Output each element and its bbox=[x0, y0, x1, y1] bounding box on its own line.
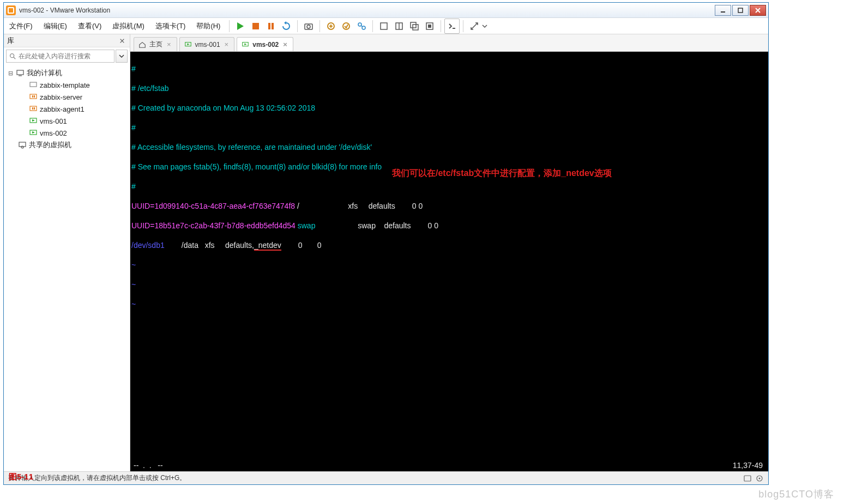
tree-root-label: 我的计算机 bbox=[27, 68, 62, 78]
cd-icon bbox=[755, 474, 764, 483]
play-button[interactable] bbox=[233, 19, 248, 34]
vm-running-icon bbox=[29, 129, 38, 137]
console-line: # bbox=[131, 181, 767, 191]
console-position: 11,37-49 bbox=[733, 460, 763, 470]
vm-off-icon bbox=[29, 81, 38, 89]
sidebar-header: 库 bbox=[4, 34, 130, 47]
statusbar: 要将输入定向到该虚拟机，请在虚拟机内部单击或按 Ctrl+G。 bbox=[4, 471, 768, 484]
window-buttons bbox=[715, 5, 766, 16]
menu-vm[interactable]: 虚拟机(M) bbox=[107, 19, 150, 33]
snapshot-button[interactable] bbox=[301, 19, 316, 34]
tree-item-zabbix-server[interactable]: zabbix-server bbox=[5, 91, 129, 103]
svg-point-19 bbox=[10, 54, 14, 58]
menu-view[interactable]: 查看(V) bbox=[73, 19, 107, 33]
annotation-text: 我们可以在/etc/fstab文件中进行配置，添加_netdev选项 bbox=[392, 168, 612, 178]
search-dropdown-button[interactable] bbox=[116, 50, 128, 63]
svg-rect-36 bbox=[744, 476, 751, 481]
vm-console[interactable]: # # /etc/fstab # Created by anaconda on … bbox=[130, 52, 768, 471]
console-line: # Accessible filesystems, by reference, … bbox=[131, 142, 767, 152]
close-button[interactable] bbox=[750, 5, 766, 16]
minimize-button[interactable] bbox=[715, 5, 731, 16]
svg-rect-29 bbox=[34, 107, 35, 110]
view-unity-icon[interactable] bbox=[407, 19, 422, 34]
console-footer: -- . . -- 11,37-49 bbox=[134, 460, 763, 470]
tab-close-icon[interactable]: × bbox=[166, 40, 172, 48]
search-row bbox=[4, 47, 130, 65]
console-tilde: ~ bbox=[131, 299, 767, 309]
svg-rect-21 bbox=[17, 70, 23, 75]
sidebar-title: 库 bbox=[7, 36, 14, 46]
svg-rect-1 bbox=[738, 8, 743, 13]
tab-close-icon[interactable]: × bbox=[224, 40, 230, 48]
svg-rect-28 bbox=[32, 107, 33, 110]
tab-vms-001[interactable]: vms-001 × bbox=[179, 37, 235, 51]
tab-close-icon[interactable]: × bbox=[282, 40, 288, 48]
console-line: UUID=1d099140-c51a-4c87-aea4-cf763e7474f… bbox=[131, 201, 767, 211]
app-window: vms-002 - VMware Workstation 文件(F) 编辑(E)… bbox=[3, 2, 769, 485]
search-icon bbox=[9, 52, 16, 60]
vm-running-icon bbox=[29, 117, 38, 125]
svg-rect-16 bbox=[413, 25, 418, 30]
console-line: UUID=18b51e7c-c2ab-43f7-b7d8-eddb5efd4d5… bbox=[131, 221, 767, 230]
svg-rect-4 bbox=[272, 23, 274, 29]
collapse-icon[interactable]: ⊟ bbox=[7, 70, 14, 77]
console-icon[interactable] bbox=[444, 19, 460, 34]
console-tilde: ~ bbox=[131, 260, 767, 270]
tree-item-vms-002[interactable]: vms-002 bbox=[5, 127, 129, 139]
view-split-icon[interactable] bbox=[391, 19, 407, 34]
tree-my-computer[interactable]: ⊟ 我的计算机 bbox=[5, 67, 129, 79]
search-input[interactable] bbox=[19, 52, 112, 60]
vm-running-icon bbox=[184, 41, 192, 48]
sidebar-close-icon[interactable] bbox=[118, 37, 126, 45]
svg-line-11 bbox=[361, 26, 363, 27]
tab-home[interactable]: 主页 × bbox=[134, 37, 177, 51]
snap-take-icon[interactable] bbox=[323, 19, 339, 34]
console-tilde: ~ bbox=[131, 280, 767, 289]
snap-manage-icon[interactable] bbox=[354, 19, 369, 34]
console-line: # /etc/fstab bbox=[131, 83, 767, 93]
content-area: 库 ⊟ 我的计算机 zabbix-template zabbix-server … bbox=[4, 34, 768, 471]
tree-item-zabbix-template[interactable]: zabbix-template bbox=[5, 79, 129, 91]
console-line: /dev/sdb1 /data xfs defaults,_netdev 0 0 bbox=[131, 240, 767, 250]
pause-button[interactable] bbox=[263, 19, 279, 34]
tree-shared-vms[interactable]: 共享的虚拟机 bbox=[5, 139, 129, 151]
home-icon bbox=[138, 41, 146, 48]
svg-point-38 bbox=[759, 477, 761, 479]
menu-file[interactable]: 文件(F) bbox=[4, 19, 38, 33]
svg-rect-3 bbox=[268, 23, 270, 29]
watermark: blog51CTO博客 bbox=[758, 488, 834, 501]
status-icons bbox=[743, 474, 764, 483]
shared-icon bbox=[18, 141, 27, 149]
menu-tabs[interactable]: 选项卡(T) bbox=[150, 19, 191, 33]
stretch-icon[interactable] bbox=[467, 19, 482, 34]
tab-vms-002[interactable]: vms-002 × bbox=[237, 37, 293, 51]
view-single-icon[interactable] bbox=[376, 19, 391, 34]
stop-button[interactable] bbox=[248, 19, 263, 34]
dropdown-arrow-icon[interactable] bbox=[482, 23, 487, 29]
main-area: 主页 × vms-001 × vms-002 × # # /etc/fstab … bbox=[130, 34, 768, 471]
console-mode: -- . . -- bbox=[134, 460, 165, 470]
library-tree: ⊟ 我的计算机 zabbix-template zabbix-server za… bbox=[4, 65, 130, 471]
menu-help[interactable]: 帮助(H) bbox=[191, 19, 226, 33]
console-line: # bbox=[131, 64, 767, 74]
snap-revert-icon[interactable] bbox=[339, 19, 354, 34]
restart-button[interactable] bbox=[279, 19, 294, 34]
status-text: 要将输入定向到该虚拟机，请在虚拟机内部单击或按 Ctrl+G。 bbox=[8, 473, 186, 483]
view-fullscreen-icon[interactable] bbox=[422, 19, 437, 34]
svg-rect-26 bbox=[34, 95, 35, 98]
tree-item-zabbix-agent1[interactable]: zabbix-agent1 bbox=[5, 103, 129, 115]
menubar: 文件(F) 编辑(E) 查看(V) 虚拟机(M) 选项卡(T) 帮助(H) bbox=[4, 18, 768, 34]
console-line: # Created by anaconda on Mon Aug 13 02:5… bbox=[131, 103, 767, 113]
svg-rect-15 bbox=[411, 22, 416, 28]
console-line: # bbox=[131, 123, 767, 132]
vm-paused-icon bbox=[29, 105, 38, 113]
search-box[interactable] bbox=[6, 50, 114, 63]
tree-item-vms-001[interactable]: vms-001 bbox=[5, 115, 129, 127]
library-sidebar: 库 ⊟ 我的计算机 zabbix-template zabbix-server … bbox=[4, 34, 130, 471]
figure-label: 图5-11 bbox=[9, 472, 33, 482]
titlebar: vms-002 - VMware Workstation bbox=[4, 3, 768, 18]
monitor-icon bbox=[16, 69, 25, 77]
maximize-button[interactable] bbox=[732, 5, 749, 16]
menu-edit[interactable]: 编辑(E) bbox=[38, 19, 73, 33]
svg-rect-18 bbox=[428, 25, 431, 28]
